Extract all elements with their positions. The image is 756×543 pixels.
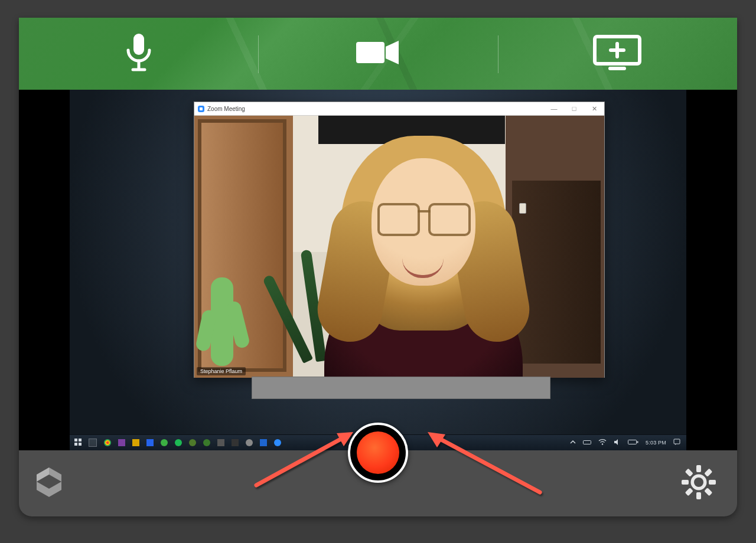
microphone-icon: [125, 32, 153, 75]
svg-rect-21: [696, 465, 701, 472]
svg-point-14: [602, 443, 603, 444]
svg-point-29: [694, 477, 703, 487]
video-background: [211, 277, 233, 366]
svg-rect-3: [356, 42, 384, 63]
keyboard-icon[interactable]: [583, 439, 591, 446]
taskbar-left-icons: [70, 439, 281, 447]
action-center-icon[interactable]: [673, 439, 680, 447]
svg-rect-27: [685, 469, 693, 477]
chrome-icon[interactable]: [104, 439, 111, 446]
volume-icon[interactable]: [614, 439, 621, 447]
file-explorer-icon[interactable]: [132, 439, 139, 446]
app-icon[interactable]: [161, 439, 168, 446]
word-icon[interactable]: [146, 439, 154, 446]
start-menu-icon[interactable]: [74, 439, 82, 447]
zoom-logo-icon: [198, 106, 204, 112]
app-icon[interactable]: [260, 439, 267, 446]
svg-rect-26: [685, 488, 693, 496]
svg-rect-23: [682, 480, 689, 485]
taskbar-clock[interactable]: 5:03 PM: [646, 440, 666, 446]
preview-letterbox: [686, 90, 737, 450]
task-view-icon[interactable]: [89, 439, 97, 447]
zoom-video-feed: Stephanie Pflaum: [194, 116, 604, 378]
zoom-window-title: Zoom Meeting: [207, 106, 245, 112]
screen-mode-button[interactable]: [498, 18, 737, 90]
video-background: [519, 203, 526, 214]
svg-rect-24: [709, 480, 716, 485]
captured-screen: Zoom Meeting — □ ✕: [70, 90, 686, 450]
app-icon[interactable]: [246, 439, 253, 446]
wifi-icon[interactable]: [598, 439, 607, 447]
add-screen-icon: [592, 34, 642, 73]
zoom-meeting-window[interactable]: Zoom Meeting — □ ✕: [194, 102, 605, 378]
svg-rect-13: [584, 441, 591, 444]
mode-toolbar: [19, 18, 737, 90]
battery-icon[interactable]: [628, 439, 638, 446]
maximize-button[interactable]: □: [564, 105, 584, 112]
app-icon[interactable]: [217, 439, 224, 446]
app-icon[interactable]: [189, 439, 196, 446]
svg-rect-25: [704, 469, 712, 477]
participant-glasses: [377, 203, 471, 233]
taskbar-system-tray[interactable]: 5:03 PM: [570, 439, 686, 447]
close-button[interactable]: ✕: [584, 105, 604, 113]
svg-marker-19: [675, 444, 676, 445]
participant-name-tag: Stephanie Pflaum: [197, 367, 246, 375]
svg-marker-4: [386, 41, 399, 64]
svg-rect-11: [74, 443, 77, 446]
app-icon[interactable]: [232, 439, 239, 446]
svg-rect-28: [704, 488, 712, 496]
video-mode-button[interactable]: [258, 18, 497, 90]
zoom-taskbar-icon[interactable]: [274, 439, 281, 446]
record-icon: [357, 431, 399, 474]
video-camera-icon: [355, 38, 401, 69]
library-button[interactable]: [31, 464, 67, 503]
onenote-icon[interactable]: [118, 439, 125, 446]
panel-strip: [252, 377, 550, 399]
svg-marker-15: [614, 439, 618, 445]
svg-rect-10: [79, 439, 82, 441]
svg-rect-18: [674, 439, 680, 444]
app-icon[interactable]: [203, 439, 210, 446]
record-button[interactable]: [348, 423, 408, 483]
spotify-icon[interactable]: [175, 439, 182, 446]
recorder-app-window: Zoom Meeting — □ ✕: [19, 18, 737, 516]
capture-preview: Zoom Meeting — □ ✕: [19, 90, 737, 450]
settings-button[interactable]: [680, 464, 717, 503]
tray-chevron-icon[interactable]: [570, 439, 576, 446]
zoom-titlebar[interactable]: Zoom Meeting — □ ✕: [194, 102, 604, 116]
svg-rect-17: [637, 441, 638, 443]
svg-rect-9: [74, 439, 77, 441]
preview-letterbox: [19, 90, 70, 450]
svg-rect-0: [133, 34, 144, 55]
svg-rect-22: [696, 492, 701, 499]
minimize-button[interactable]: —: [544, 105, 564, 112]
audio-mode-button[interactable]: [19, 18, 258, 90]
svg-rect-12: [79, 443, 82, 446]
svg-rect-16: [628, 440, 637, 444]
